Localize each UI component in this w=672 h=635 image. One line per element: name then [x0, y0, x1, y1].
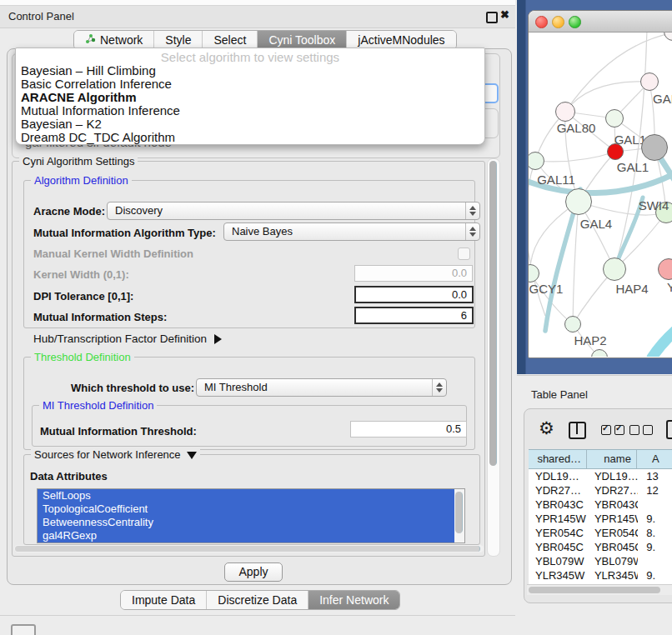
table-horizontal-scrollbar[interactable] — [527, 584, 672, 595]
table-body: YDL19…YDL19…13YDR27…YDR27…12YBR043CYBR04… — [529, 469, 672, 584]
mi-type-value: Naive Bayes — [232, 225, 293, 238]
divider — [0, 615, 515, 616]
tab-label: Network — [100, 33, 143, 47]
table-row[interactable]: YDR27…YDR27…12 — [529, 483, 672, 498]
checked-pair-icon[interactable] — [601, 425, 624, 435]
minimized-panel-button[interactable] — [11, 624, 36, 635]
network-window: GALGAL80GAL10GAL1GAL11GAL4SWI4GCY1HAP4YH… — [528, 10, 672, 358]
kernel-width-field[interactable]: 0.0 — [354, 265, 473, 282]
settings-vertical-scrollbar[interactable] — [487, 158, 500, 557]
mi-threshold-label: Mutual Information Threshold: — [40, 425, 197, 438]
tab-network[interactable]: Network — [74, 31, 153, 49]
close-icon[interactable]: ✖ — [500, 8, 509, 21]
table-cell: 9. — [638, 512, 672, 526]
minimize-button[interactable] — [552, 16, 564, 28]
caret-right-icon — [214, 334, 222, 344]
table-cell — [638, 498, 672, 512]
attribute-item-betweennesscentrality[interactable]: BetweennessCentrality — [38, 516, 464, 529]
network-node-gal10[interactable] — [605, 109, 624, 128]
tab-impute-data[interactable]: Impute Data — [121, 591, 206, 609]
table-panel: ⚙ shared…nameA YDL19…YDL19…13YDR27…YDR27… — [524, 408, 672, 603]
network-node-gal4[interactable] — [565, 188, 592, 215]
table-header: shared…nameA — [529, 449, 672, 469]
aracne-mode-label: Aracne Mode: — [33, 205, 105, 218]
table-cell: 12 — [638, 483, 672, 498]
columns-icon[interactable] — [569, 422, 586, 439]
attribute-item-gal4rgexp[interactable]: gal4RGexp — [38, 529, 464, 542]
tab-style[interactable]: Style — [153, 31, 202, 49]
tab-jactivemnodules[interactable]: jActiveMNodules — [346, 31, 455, 49]
manual-kernel-checkbox[interactable] — [458, 248, 470, 260]
column-header-a[interactable]: A — [637, 450, 672, 468]
tab-infer-network[interactable]: Infer Network — [308, 591, 399, 609]
tab-cyni-toolbox[interactable]: Cyni Toolbox — [257, 31, 346, 49]
table-row[interactable]: YER054CYER054C8. — [529, 526, 672, 540]
which-threshold-combo[interactable]: MI Threshold — [196, 378, 447, 397]
tab-discretize-data[interactable]: Discretize Data — [206, 591, 308, 609]
algorithm-item-dream8-dc-tdc-algorithm[interactable]: Dream8 DC_TDC Algorithm — [16, 131, 484, 144]
close-button[interactable] — [535, 16, 548, 28]
network-node[interactable] — [641, 134, 668, 161]
tab-select[interactable]: Select — [202, 31, 257, 49]
network-icon — [85, 33, 96, 47]
table-row[interactable]: YPR145WYPR145W9. — [529, 512, 672, 526]
unchecked-pair-icon[interactable] — [629, 425, 653, 435]
algorithm-item-bayesian-hill-climbing[interactable]: Bayesian – Hill Climbing — [16, 64, 484, 78]
network-node-gal[interactable] — [640, 72, 659, 91]
mi-threshold-field[interactable]: 0.5 — [350, 421, 467, 438]
apply-button[interactable]: Apply — [224, 562, 283, 582]
hub-section-toggle[interactable]: Hub/Transcription Factor Definition — [33, 332, 222, 345]
settings-horizontal-scrollbar[interactable] — [14, 545, 484, 552]
network-node-gal1[interactable] — [607, 143, 624, 160]
table-row[interactable]: YBR043CYBR043C — [529, 498, 672, 512]
table-cell: 9. — [638, 568, 672, 582]
partial-icon[interactable] — [666, 420, 672, 439]
manual-kernel-label: Manual Kernel Width Definition — [33, 248, 193, 260]
data-attributes-label: Data Attributes — [30, 470, 108, 482]
kernel-width-label: Kernel Width (0,1): — [33, 268, 129, 281]
sources-legend[interactable]: Sources for Network Inference — [31, 448, 200, 461]
table-cell: YBR045C — [529, 540, 588, 554]
table-cell: YDR27… — [529, 483, 588, 498]
float-icon[interactable] — [486, 12, 498, 23]
mi-type-combo[interactable]: Naive Bayes — [223, 222, 480, 241]
algorithm-item-basic-correlation-inference[interactable]: Basic Correlation Inference — [16, 78, 484, 91]
column-header-shared[interactable]: shared… — [529, 450, 587, 468]
which-threshold-label: Which threshold to use: — [71, 382, 194, 394]
network-node-hap2[interactable] — [564, 316, 581, 332]
screen: Control Panel ✖ NetworkStyleSelectCyni T… — [0, 0, 672, 635]
network-window-titlebar[interactable] — [529, 11, 672, 32]
table-cell: YPR145W — [529, 512, 588, 526]
table-row[interactable]: YLR345WYLR345W9. — [529, 568, 672, 582]
attributes-scrollbar[interactable] — [454, 489, 464, 542]
gear-icon[interactable]: ⚙ — [539, 419, 554, 437]
table-row[interactable]: YDL19…YDL19…13 — [529, 469, 672, 483]
network-node-hap4[interactable] — [603, 258, 626, 281]
algorithm-item-mutual-information-inference[interactable]: Mutual Information Inference — [16, 104, 484, 118]
caret-down-icon — [187, 452, 197, 459]
dpi-tolerance-field[interactable]: 0.0 — [354, 286, 474, 303]
node-label: GAL80 — [557, 121, 596, 135]
zoom-button[interactable] — [569, 16, 581, 28]
network-node-gal80[interactable] — [555, 102, 575, 122]
mi-steps-field[interactable]: 6 — [354, 307, 474, 324]
attribute-item-topologicalcoefficient[interactable]: TopologicalCoefficient — [38, 502, 464, 516]
algorithm-dropdown-items: Bayesian – Hill ClimbingBasic Correlatio… — [16, 64, 484, 144]
algorithm-item-aracne-algorithm[interactable]: ARACNE Algorithm — [16, 91, 484, 104]
table-cell: YDL19… — [529, 469, 588, 483]
table-cell: YBL079W — [588, 554, 638, 568]
node-label: GCY1 — [529, 282, 564, 296]
node-label: SWI4 — [639, 198, 669, 212]
algorithm-item-bayesian-k2[interactable]: Bayesian – K2 — [16, 118, 484, 131]
aracne-mode-combo[interactable]: Discovery — [107, 202, 480, 220]
table-cell: YDR27… — [588, 483, 638, 498]
network-graph[interactable]: GALGAL80GAL10GAL1GAL11GAL4SWI4GCY1HAP4YH… — [529, 32, 672, 357]
node-label: HAP2 — [574, 333, 606, 348]
table-row[interactable]: YBR045CYBR045C9. — [529, 540, 672, 554]
column-header-name[interactable]: name — [587, 450, 637, 468]
table-cell: YLR345W — [529, 568, 588, 582]
table-row[interactable]: YBL079WYBL079W — [529, 554, 672, 568]
attribute-item-selfloops[interactable]: SelfLoops — [38, 489, 464, 502]
algorithm-definition-legend: Algorithm Definition — [31, 174, 132, 187]
network-canvas-area: GALGAL80GAL10GAL1GAL11GAL4SWI4GCY1HAP4YH… — [517, 0, 672, 374]
